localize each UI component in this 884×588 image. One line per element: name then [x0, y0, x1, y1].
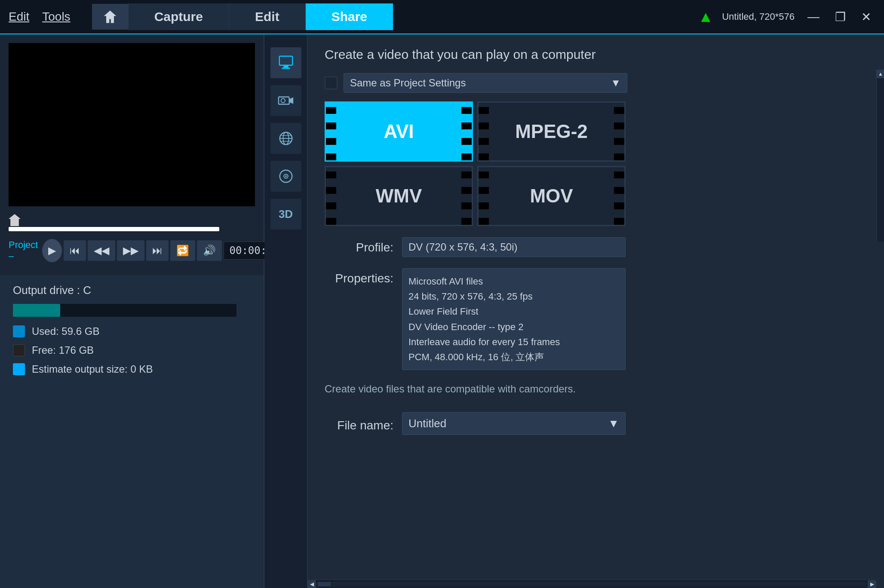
- used-label: Used: 59.6 GB: [32, 325, 99, 337]
- format-grid: AVI MPEG-2 WMV MOV: [325, 101, 626, 226]
- free-label: Free: 176 GB: [32, 344, 94, 356]
- player-controls: Project – ▶ ⏮ ◀◀ ▶▶ ⏭ 🔁 🔊 00:00:00:000 ▲…: [0, 239, 264, 262]
- svg-marker-5: [289, 97, 293, 104]
- storage-estimate: Estimate output size: 0 KB: [13, 363, 251, 375]
- properties-value: Microsoft AVI files24 bits, 720 x 576, 4…: [402, 268, 626, 370]
- titlebar-left: Edit Tools Capture Edit Share: [9, 3, 393, 30]
- titlebar: Edit Tools Capture Edit Share ▲ Untitled…: [0, 0, 884, 34]
- main-content: Project – ▶ ⏮ ◀◀ ▶▶ ⏭ 🔁 🔊 00:00:00:000 ▲…: [0, 34, 884, 588]
- profile-row: Profile: DV (720 x 576, 4:3, 50i): [325, 237, 867, 257]
- nav-tabs: Capture Edit Share: [92, 3, 393, 30]
- minimize-button[interactable]: —: [803, 8, 824, 25]
- svg-rect-4: [278, 97, 289, 104]
- right-scrollbar[interactable]: ▲: [876, 70, 884, 242]
- play-button[interactable]: ▶: [42, 239, 62, 262]
- scrubber-bar[interactable]: [9, 227, 219, 231]
- svg-point-6: [281, 98, 285, 103]
- format-mov[interactable]: MOV: [477, 166, 626, 226]
- storage-free: Free: 176 GB: [13, 344, 251, 356]
- volume-button[interactable]: 🔊: [197, 240, 222, 261]
- project-label: Project –: [9, 239, 38, 262]
- preset-dropdown[interactable]: Same as Project Settings ▼: [344, 73, 627, 93]
- scroll-right-button[interactable]: ▶: [868, 580, 876, 588]
- scrubber-area: [0, 214, 264, 235]
- menu-edit[interactable]: Edit: [9, 10, 29, 24]
- storage-title: Output drive : C: [13, 284, 251, 297]
- sidebar-icon-camcorder[interactable]: [270, 85, 301, 116]
- svg-rect-3: [282, 67, 290, 69]
- titlebar-right: ▲ Untitled, 720*576 — ❐ ✕: [698, 8, 875, 26]
- playhead[interactable]: [9, 214, 21, 226]
- scroll-track[interactable]: [318, 582, 866, 586]
- globe-icon: [278, 130, 294, 147]
- right-panel-title: Create a video that you can play on a co…: [325, 47, 867, 62]
- used-dot: [13, 325, 25, 337]
- filename-label: File name:: [325, 415, 393, 432]
- project-info: Untitled, 720*576: [722, 11, 795, 22]
- tab-capture[interactable]: Capture: [128, 3, 229, 30]
- home-icon: [102, 9, 118, 24]
- svg-marker-0: [104, 11, 116, 23]
- free-dot: [13, 344, 25, 356]
- profile-label: Profile:: [325, 237, 393, 254]
- preset-dropdown-arrow: ▼: [611, 77, 621, 89]
- estimate-dot: [13, 363, 25, 375]
- go-end-button[interactable]: ⏭: [146, 240, 169, 261]
- maximize-button[interactable]: ❐: [831, 8, 850, 26]
- sidebar-icon-disc[interactable]: [270, 161, 301, 192]
- format-wmv-label: WMV: [376, 185, 422, 207]
- format-mpeg2[interactable]: MPEG-2: [477, 101, 626, 162]
- menu-tools[interactable]: Tools: [42, 10, 70, 24]
- format-mpeg2-label: MPEG-2: [515, 121, 588, 142]
- svg-point-14: [285, 175, 287, 177]
- prev-frame-button[interactable]: ◀◀: [88, 240, 115, 261]
- camcorder-icon: [278, 92, 294, 109]
- window-controls: — ❐ ✕: [803, 8, 875, 26]
- storage-used: Used: 59.6 GB: [13, 325, 251, 337]
- go-start-button[interactable]: ⏮: [64, 240, 86, 261]
- format-wmv[interactable]: WMV: [325, 166, 473, 226]
- scroll-left-button[interactable]: ◀: [307, 580, 316, 588]
- description-text: Create video files that are compatible w…: [325, 383, 651, 395]
- 3d-label: 3D: [279, 208, 293, 221]
- bottom-scrollbar: ◀ ▶: [307, 579, 876, 588]
- next-frame-button[interactable]: ▶▶: [117, 240, 144, 261]
- filename-row: File name: Untitled ▼: [325, 412, 867, 435]
- scroll-up-button[interactable]: ▲: [877, 70, 884, 78]
- right-panel: Create a video that you can play on a co…: [307, 34, 884, 588]
- monitor-icon: [278, 55, 294, 71]
- preset-dropdown-label: Same as Project Settings: [350, 77, 466, 89]
- properties-label: Properties:: [325, 268, 393, 285]
- svg-rect-1: [279, 56, 292, 65]
- filename-value: Untitled: [408, 417, 446, 430]
- sidebar-icon-globe[interactable]: [270, 123, 301, 154]
- storage-items: Used: 59.6 GB Free: 176 GB Estimate outp…: [13, 325, 251, 375]
- tab-share[interactable]: Share: [305, 3, 393, 30]
- close-button[interactable]: ✕: [857, 8, 875, 26]
- properties-row: Properties: Microsoft AVI files24 bits, …: [325, 268, 867, 370]
- disc-icon: [278, 168, 294, 184]
- profile-value: DV (720 x 576, 4:3, 50i): [402, 237, 626, 257]
- home-button[interactable]: [92, 4, 128, 30]
- preset-checkbox[interactable]: [325, 77, 338, 89]
- tab-edit[interactable]: Edit: [229, 3, 305, 30]
- scroll-thumb[interactable]: [318, 582, 331, 586]
- sidebar-icon-3d[interactable]: 3D: [270, 199, 301, 230]
- storage-bar-fill: [13, 304, 60, 317]
- preset-row: Same as Project Settings ▼: [325, 73, 867, 93]
- filename-dropdown-arrow: ▼: [608, 417, 619, 430]
- storage-section: Output drive : C Used: 59.6 GB Free: 176…: [0, 275, 264, 588]
- loop-button[interactable]: 🔁: [170, 240, 195, 261]
- video-preview: [9, 43, 255, 206]
- format-avi-label: AVI: [384, 121, 414, 142]
- storage-bar-bg: [13, 304, 236, 317]
- center-sidebar: 3D: [264, 34, 307, 588]
- estimate-label: Estimate output size: 0 KB: [32, 363, 153, 375]
- format-avi[interactable]: AVI: [325, 101, 473, 162]
- filename-input[interactable]: Untitled ▼: [402, 412, 626, 435]
- left-panel: Project – ▶ ⏮ ◀◀ ▶▶ ⏭ 🔁 🔊 00:00:00:000 ▲…: [0, 34, 264, 588]
- svg-rect-2: [283, 65, 288, 68]
- upload-icon[interactable]: ▲: [698, 8, 714, 26]
- format-mov-label: MOV: [530, 185, 573, 207]
- sidebar-icon-monitor[interactable]: [270, 47, 301, 78]
